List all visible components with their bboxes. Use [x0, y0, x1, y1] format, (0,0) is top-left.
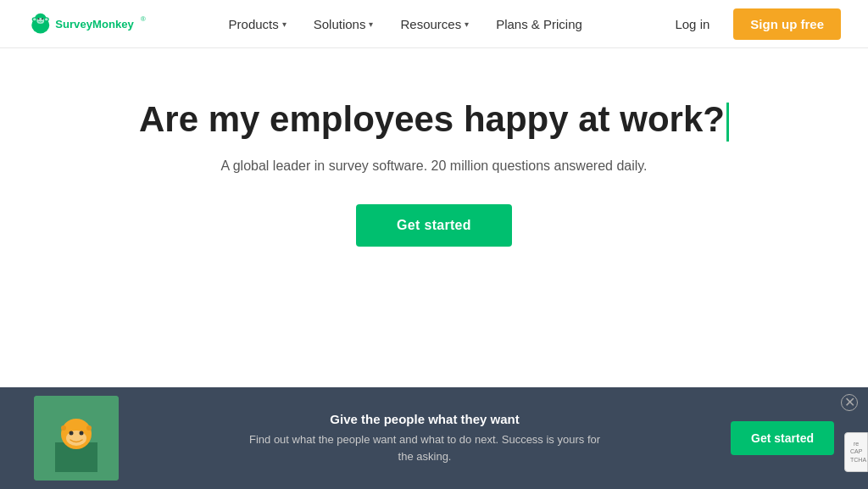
products-chevron-icon: ▾ [282, 19, 287, 29]
cursor-blink [726, 103, 729, 142]
nav-menu: Products ▾ Solutions ▾ Resources ▾ Plans… [217, 10, 594, 38]
resources-chevron-icon: ▾ [465, 19, 469, 29]
svg-point-18 [86, 425, 92, 431]
signup-button[interactable]: Sign up free [733, 8, 841, 40]
recaptcha-label: reCAPTCHA [850, 440, 862, 464]
nav-item-plans[interactable]: Plans & Pricing [484, 10, 594, 38]
banner-close-button[interactable]: ✕ [841, 394, 858, 411]
banner-illustration [34, 396, 119, 481]
hero-title: Are my employees happy at work? [139, 99, 729, 142]
svg-text:SurveyMonkey: SurveyMonkey [55, 18, 134, 31]
svg-point-8 [42, 18, 43, 19]
hero-section: Are my employees happy at work? A global… [0, 48, 868, 281]
svg-point-15 [70, 431, 74, 436]
recaptcha-badge: reCAPTCHA [844, 432, 868, 472]
logo-link[interactable]: SurveyMonkey ® [27, 10, 146, 37]
svg-point-17 [61, 425, 66, 431]
svg-text:®: ® [141, 15, 146, 23]
hero-subtitle: A global leader in survey software. 20 m… [220, 158, 647, 174]
svg-point-7 [38, 18, 40, 19]
nav-item-products[interactable]: Products ▾ [217, 10, 298, 38]
solutions-chevron-icon: ▾ [369, 19, 373, 29]
navbar-actions: Log in Sign up free [665, 8, 841, 40]
banner-description: Find out what the people want and what t… [247, 431, 603, 464]
login-button[interactable]: Log in [665, 10, 720, 38]
close-icon: ✕ [844, 396, 855, 409]
svg-point-5 [45, 18, 48, 20]
banner-title: Give the people what they want [136, 412, 714, 426]
nav-item-resources[interactable]: Resources ▾ [388, 10, 481, 38]
get-started-button[interactable]: Get started [356, 204, 512, 247]
svg-point-16 [80, 431, 84, 436]
nav-item-solutions[interactable]: Solutions ▾ [302, 10, 386, 38]
banner-text: Give the people what they want Find out … [136, 412, 714, 464]
svg-point-4 [33, 18, 36, 20]
bottom-banner: Give the people what they want Find out … [0, 387, 868, 489]
navbar: SurveyMonkey ® Products ▾ Solutions ▾ Re… [0, 0, 868, 48]
banner-cta-button[interactable]: Get started [731, 421, 834, 455]
